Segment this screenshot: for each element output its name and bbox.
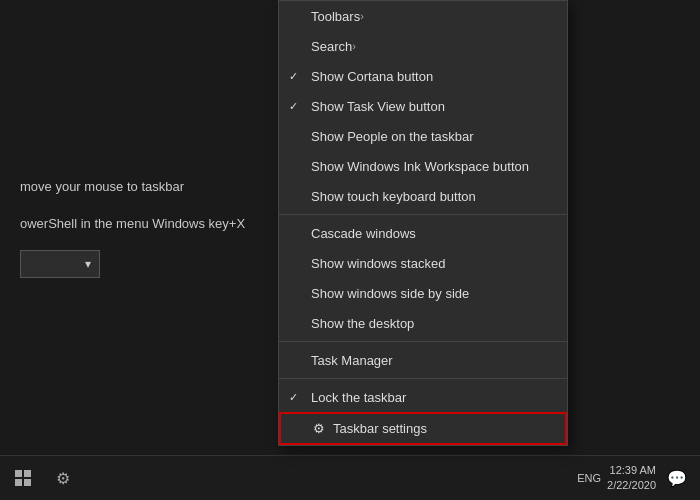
notification-icon[interactable]: 💬 [662,463,692,493]
menu-item-cascade-windows[interactable]: Cascade windows [279,218,567,248]
svg-rect-2 [15,479,22,486]
menu-item-search[interactable]: Search› [279,31,567,61]
bg-text-2: owerShell in the menu Windows key+X [20,214,255,235]
menu-item-show-side-by-side[interactable]: Show windows side by side [279,278,567,308]
gear-icon: ⚙ [313,421,325,436]
menu-item-label: Show Task View button [311,99,445,114]
menu-item-label: Show People on the taskbar [311,129,474,144]
menu-item-label: Show Windows Ink Workspace button [311,159,529,174]
menu-item-label: Search [311,39,352,54]
menu-separator [279,378,567,379]
menu-item-label: Task Manager [311,353,393,368]
menu-item-task-manager[interactable]: Task Manager [279,345,567,375]
taskbar-language: ENG [577,472,601,484]
submenu-arrow-icon: › [352,40,356,52]
checkmark-icon: ✓ [289,100,298,113]
context-menu: Toolbars›Search›✓Show Cortana button✓Sho… [278,0,568,446]
menu-item-show-people[interactable]: Show People on the taskbar [279,121,567,151]
menu-item-label: Lock the taskbar [311,390,406,405]
submenu-arrow-icon: › [360,10,364,22]
checkmark-icon: ✓ [289,391,298,404]
taskbar: ⚙ ENG 12:39 AM 2/22/2020 💬 [0,455,700,500]
menu-item-label: Show the desktop [311,316,414,331]
taskbar-clock: 12:39 AM 2/22/2020 [607,463,656,494]
menu-separator [279,214,567,215]
menu-item-label: Show windows side by side [311,286,469,301]
taskbar-right: ENG 12:39 AM 2/22/2020 💬 [577,463,700,494]
menu-item-show-stacked[interactable]: Show windows stacked [279,248,567,278]
background-area: move your mouse to taskbar owerShell in … [0,0,275,455]
svg-rect-0 [15,470,22,477]
menu-item-taskbar-settings[interactable]: ⚙Taskbar settings [279,412,567,445]
menu-item-label: Show Cortana button [311,69,433,84]
clock-date: 2/22/2020 [607,478,656,493]
clock-time: 12:39 AM [607,463,656,478]
gear-taskbar-icon[interactable]: ⚙ [48,463,78,493]
menu-item-show-cortana[interactable]: ✓Show Cortana button [279,61,567,91]
menu-item-label: Cascade windows [311,226,416,241]
menu-item-toolbars[interactable]: Toolbars› [279,1,567,31]
menu-item-label: Show touch keyboard button [311,189,476,204]
menu-separator [279,341,567,342]
menu-item-show-task-view[interactable]: ✓Show Task View button [279,91,567,121]
menu-item-show-ink[interactable]: Show Windows Ink Workspace button [279,151,567,181]
menu-item-lock-taskbar[interactable]: ✓Lock the taskbar [279,382,567,412]
menu-item-label: Show windows stacked [311,256,445,271]
chevron-down-icon: ▾ [85,257,91,271]
checkmark-icon: ✓ [289,70,298,83]
menu-item-show-desktop[interactable]: Show the desktop [279,308,567,338]
menu-item-label: Toolbars [311,9,360,24]
dropdown[interactable]: ▾ [20,250,100,278]
bg-text-1: move your mouse to taskbar [20,177,255,198]
svg-rect-3 [24,479,31,486]
svg-rect-1 [24,470,31,477]
menu-item-show-touch-keyboard[interactable]: Show touch keyboard button [279,181,567,211]
taskbar-left: ⚙ [0,463,78,493]
start-button[interactable] [8,463,38,493]
menu-item-label: Taskbar settings [333,421,427,436]
